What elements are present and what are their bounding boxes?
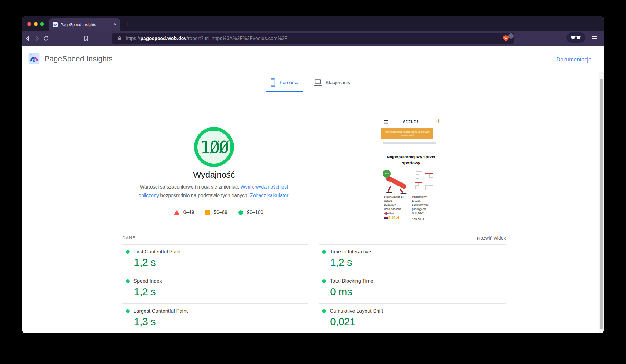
thumb-product1-old-price: 00 zł — [384, 212, 394, 215]
address-bar[interactable]: https://pagespeed.web.dev/report?url=htt… — [112, 33, 514, 44]
good-dot-icon — [322, 279, 326, 283]
score-gauge[interactable]: 1ØØ — [194, 127, 234, 167]
score-calc-link-2[interactable]: obliczony — [138, 193, 159, 198]
thumb-product2-name: Podstawowy Drążek treningowy do podciąga… — [412, 195, 432, 215]
expand-view-link[interactable]: Rozwiń widok — [477, 235, 506, 241]
thumb-product2-price: 199,00 zł — [412, 217, 424, 221]
scrollbar-thumb[interactable] — [600, 79, 603, 329]
page-header: PageSpeed Insights Dokumentacja — [22, 46, 604, 72]
browser-tab[interactable]: PageSpeed Insights × — [49, 18, 120, 31]
lock-icon — [117, 36, 122, 41]
column-divider — [311, 148, 311, 187]
legend-item-average: 50–89 — [205, 210, 227, 215]
legend-item-bad: 0–49 — [174, 210, 194, 215]
card-border-left — [117, 93, 117, 333]
disclaimer-text-2: bezpośrednio na podstawie tych danych. — [159, 193, 250, 198]
shield-badge: 1 — [508, 33, 514, 39]
metrics-bottom-separator — [122, 333, 308, 333]
thumb-banner: Kliknij tutaj i bądź na bieżąco ze Sport… — [381, 128, 433, 139]
good-dot-icon — [322, 250, 326, 254]
metric-speed-index: Speed Index 1,2 s — [122, 274, 308, 303]
tab-mobile-label: Komórka — [279, 80, 298, 85]
titlebar: PageSpeed Insights × + — [22, 16, 604, 31]
good-dot-icon — [126, 309, 130, 313]
forward-icon — [33, 35, 41, 42]
flag-uk-icon — [384, 212, 388, 215]
back-button[interactable] — [23, 31, 32, 46]
disclaimer-text: Wartości są szacunkowe i mogą się zmieni… — [140, 184, 241, 189]
laptop-icon — [314, 79, 322, 86]
documentation-link[interactable]: Dokumentacja — [556, 57, 591, 63]
menu-button[interactable] — [591, 34, 598, 41]
score-legend: 0–49 50–89 90–100 — [153, 210, 284, 215]
thumb-gray-bar — [383, 142, 436, 144]
minimize-window-button[interactable] — [34, 22, 38, 26]
psi-logo-icon — [28, 53, 40, 64]
tab-mobile[interactable]: Komórka — [266, 76, 303, 89]
metric-time-to-interactive: Time to Interactive 1,2 s — [319, 244, 506, 274]
toolbar: https://pagespeed.web.dev/report?url=htt… — [22, 31, 604, 46]
disclaimer: Wartości są szacunkowe i mogą się zmieni… — [122, 183, 306, 200]
square-icon — [205, 210, 210, 215]
hamburger-menu-icon — [591, 34, 598, 39]
card-border-right — [508, 93, 508, 333]
psi-favicon-icon — [53, 22, 58, 27]
close-window-button[interactable] — [27, 22, 31, 26]
metric-cumulative-layout-shift: Cumulative Layout Shift 0,021 — [319, 303, 506, 333]
new-tab-button[interactable]: + — [123, 20, 131, 28]
reload-button[interactable] — [41, 31, 50, 46]
triangle-icon — [174, 210, 179, 215]
thumb-heading: Najpopularniejszy sprzętsportowy — [380, 154, 442, 166]
tab-title: PageSpeed Insights — [61, 22, 114, 27]
page: PageSpeed Insights Dokumentacja Komórka … — [22, 46, 604, 333]
score-calc-link[interactable]: Wynik wydajności jest — [241, 184, 288, 189]
discount-badge: -14% — [383, 170, 391, 178]
screenshot-thumbnail[interactable]: VΞΞLΞS 0 Kliknij tutaj i bądź na bieżąco… — [380, 115, 442, 221]
good-dot-icon — [126, 250, 130, 254]
bookmark-icon — [83, 35, 90, 42]
back-icon — [24, 35, 31, 42]
tab-desktop[interactable]: Stacjonarny — [314, 76, 351, 89]
scrollbar[interactable] — [599, 72, 604, 333]
urlbar-separator — [499, 35, 499, 42]
good-dot-icon — [322, 309, 326, 313]
thumb-site-logo: VΞΞLΞS — [380, 120, 442, 123]
traffic-lights — [27, 22, 44, 26]
active-tab-underline — [266, 91, 303, 92]
thumb-product2-image — [412, 169, 436, 194]
phone-icon — [270, 78, 276, 87]
legend-item-good: 90–100 — [238, 210, 263, 215]
maximize-window-button[interactable] — [40, 22, 44, 26]
metrics-grid: First Contentful Paint 1,2 s Time to Int… — [122, 244, 506, 333]
good-dot-icon — [126, 279, 130, 283]
category-title: Wydajność — [153, 170, 275, 180]
bookmark-button[interactable] — [82, 31, 91, 46]
cart-icon: 0 — [434, 119, 439, 123]
forward-button[interactable] — [32, 31, 42, 46]
url-text: https://pagespeed.web.dev/report?url=htt… — [126, 36, 288, 41]
metric-total-blocking-time: Total Blocking Time 0 ms — [319, 274, 506, 303]
metrics-bottom-separator — [319, 333, 506, 333]
metric-largest-contentful-paint: Largest Contentful Paint 1,3 s — [122, 303, 308, 333]
metrics-section-label: DANE — [122, 235, 136, 240]
reload-icon — [42, 35, 50, 42]
tab-desktop-label: Stacjonarny — [326, 80, 351, 85]
calculator-link[interactable]: Zobacz kalkulator. — [250, 193, 289, 198]
circle-icon — [238, 210, 243, 215]
page-title: PageSpeed Insights — [44, 54, 113, 63]
thumb-product1-price: 9,00 zł — [384, 216, 399, 219]
sunglasses-icon — [571, 35, 581, 40]
score-value: 1ØØ — [200, 137, 228, 157]
thumb-product1-name: Skośna ławka do ćwiczeń brzuszków – klat… — [384, 195, 405, 211]
tab-close-icon[interactable]: × — [114, 22, 116, 27]
metric-first-contentful-paint: First Contentful Paint 1,2 s — [122, 244, 308, 274]
flag-armenia-icon — [384, 216, 388, 219]
profile-button[interactable] — [566, 32, 585, 43]
browser-window: PageSpeed Insights × + https://pagespeed… — [22, 16, 604, 333]
